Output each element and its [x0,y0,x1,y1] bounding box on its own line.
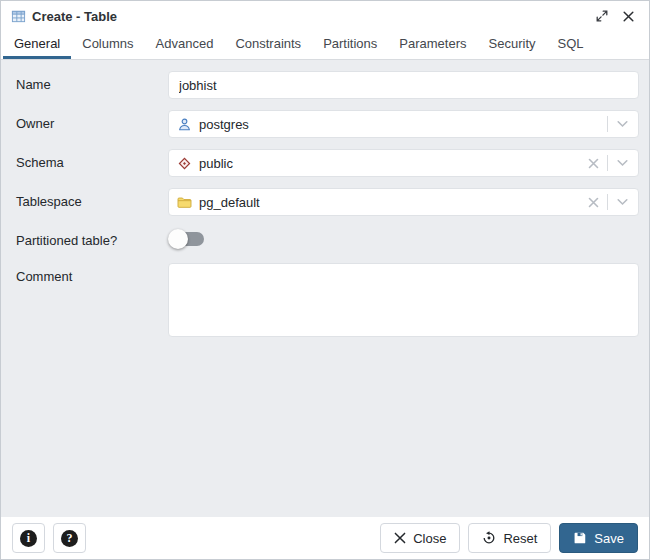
tab-bar: GeneralColumnsAdvancedConstraintsPartiti… [1,31,649,60]
reset-button[interactable]: Reset [468,523,551,553]
tablespace-select[interactable]: pg_default [168,188,639,216]
partitioned-label: Partitioned table? [16,227,168,249]
partitioned-row: Partitioned table? [16,227,639,249]
sql-help-button[interactable]: i [12,523,45,553]
schema-row: Schema public [16,149,639,177]
clear-icon[interactable] [585,155,601,171]
table-icon [11,9,26,24]
save-floppy-icon [573,531,587,545]
comment-label: Comment [16,263,168,341]
close-button[interactable]: Close [380,523,460,553]
dialog-footer: i ? Close Reset [1,517,649,559]
tab-advanced[interactable]: Advanced [145,31,225,59]
dialog-header: Create - Table [1,1,649,31]
comment-textarea[interactable] [168,263,639,337]
name-label: Name [16,71,168,99]
reset-icon [482,531,496,545]
select-divider [607,155,608,171]
owner-value: postgres [199,117,601,132]
tablespace-label: Tablespace [16,188,168,216]
dialog-title: Create - Table [32,9,117,24]
chevron-down-icon[interactable] [614,194,630,210]
partitioned-toggle[interactable] [168,229,208,249]
info-icon: i [20,530,37,547]
owner-label: Owner [16,110,168,138]
tab-sql[interactable]: SQL [547,31,595,59]
select-divider [607,116,608,132]
reset-button-label: Reset [503,531,537,546]
tab-parameters[interactable]: Parameters [388,31,477,59]
owner-row: Owner postgres [16,110,639,138]
chevron-down-icon[interactable] [614,155,630,171]
general-tab-panel: Name Owner postgres [1,60,649,517]
chevron-down-icon[interactable] [614,116,630,132]
schema-value: public [199,156,585,171]
toggle-knob [168,229,188,249]
close-button-label: Close [413,531,446,546]
folder-icon [177,196,192,209]
tab-general[interactable]: General [3,31,71,59]
dialog-help-button[interactable]: ? [53,523,86,553]
schema-diamond-icon [177,156,192,171]
create-table-dialog: Create - Table GeneralColumnsAdvancedCon… [0,0,650,560]
help-icon: ? [61,530,78,547]
tablespace-row: Tablespace pg_default [16,188,639,216]
tab-constraints[interactable]: Constraints [224,31,312,59]
comment-row: Comment [16,263,639,341]
select-divider [607,194,608,210]
close-icon[interactable] [619,7,637,25]
save-button-label: Save [594,531,624,546]
schema-label: Schema [16,149,168,177]
tab-partitions[interactable]: Partitions [312,31,388,59]
tablespace-value: pg_default [199,195,585,210]
tab-columns[interactable]: Columns [71,31,144,59]
tab-security[interactable]: Security [478,31,547,59]
owner-select[interactable]: postgres [168,110,639,138]
name-input[interactable] [168,71,639,99]
clear-icon[interactable] [585,194,601,210]
schema-select[interactable]: public [168,149,639,177]
close-x-icon [394,532,406,544]
user-icon [177,117,192,132]
name-row: Name [16,71,639,99]
maximize-icon[interactable] [593,7,611,25]
save-button[interactable]: Save [559,523,638,553]
